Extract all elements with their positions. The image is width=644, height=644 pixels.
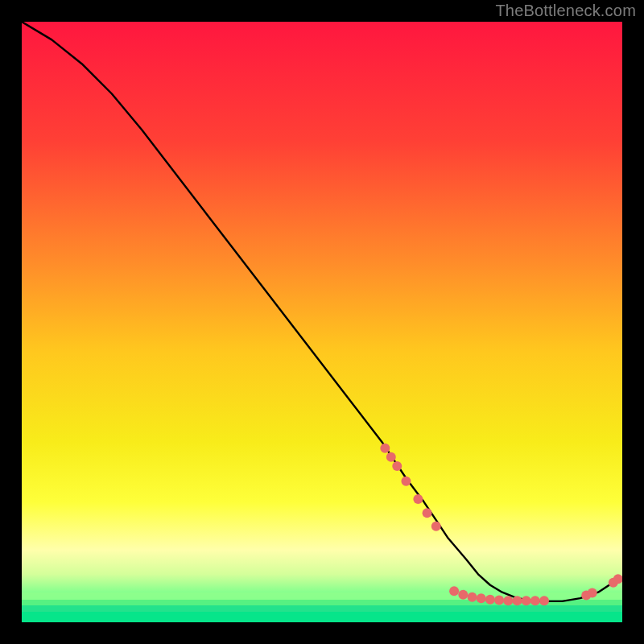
chart-frame: TheBottleneck.com <box>0 0 644 644</box>
data-marker <box>530 596 540 605</box>
data-marker <box>485 595 495 605</box>
data-marker <box>539 596 549 605</box>
data-marker <box>401 477 411 486</box>
data-marker <box>494 595 504 605</box>
data-marker <box>380 444 390 453</box>
data-marker <box>458 590 468 600</box>
data-marker <box>477 593 486 603</box>
data-marker <box>386 452 396 462</box>
curve-svg <box>22 22 622 622</box>
data-marker <box>449 586 459 596</box>
watermark-text: TheBottleneck.com <box>495 2 636 20</box>
data-marker <box>431 522 441 531</box>
bottleneck-curve <box>22 22 619 601</box>
data-marker <box>522 596 531 605</box>
plot-area <box>22 22 622 622</box>
data-marker <box>392 461 402 471</box>
data-marker <box>468 592 477 602</box>
data-marker <box>413 494 423 504</box>
marker-group <box>380 444 622 605</box>
data-marker <box>503 596 513 605</box>
data-marker <box>512 596 522 605</box>
data-marker <box>588 588 597 597</box>
data-marker <box>423 508 432 518</box>
